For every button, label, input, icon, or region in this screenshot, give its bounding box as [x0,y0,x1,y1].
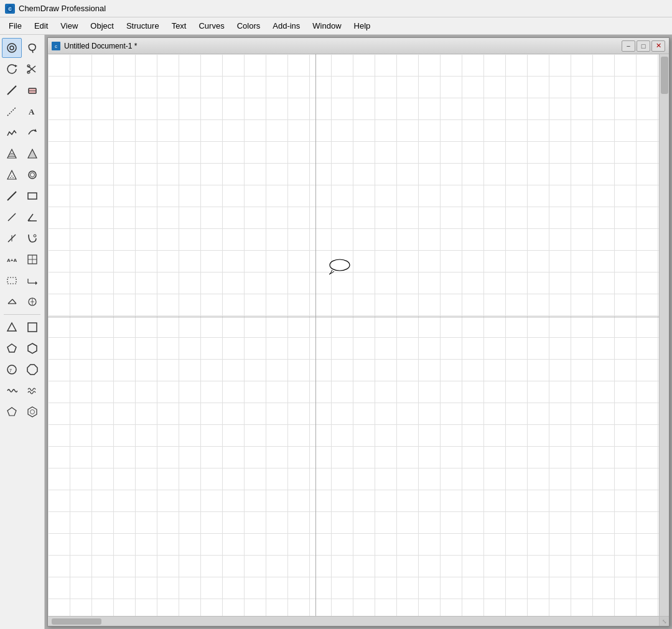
svg-text:7: 7 [9,368,12,373]
reaction-arrow-tool[interactable] [23,271,43,291]
menu-object[interactable]: Object [84,19,120,33]
menu-help[interactable]: Help [348,19,377,33]
plain-bond-tool[interactable] [2,207,22,227]
scissors-tool[interactable] [23,59,43,79]
svg-line-44 [12,299,16,304]
triangle-tool[interactable] [2,317,22,337]
svg-marker-56 [7,408,16,416]
square-shape-tool[interactable] [23,317,43,337]
menu-colors[interactable]: Colors [231,19,267,33]
menu-window[interactable]: Window [306,19,347,33]
svg-text:C: C [8,7,11,11]
svg-line-43 [8,299,12,304]
wave1-tool[interactable] [2,381,22,401]
drawn-shape [327,258,355,275]
pent-ring-tool[interactable] [2,402,22,422]
svg-marker-49 [7,323,16,331]
svg-line-4 [32,50,33,53]
app-title-text: ChemDraw Professional [19,4,106,13]
wave2-tool[interactable] [23,381,43,401]
wedge-bond-tool[interactable] [23,144,43,164]
horizontal-scroll-thumb[interactable] [52,618,101,625]
svg-marker-21 [7,170,16,179]
flask-tool[interactable] [23,292,43,312]
atom-map-tool[interactable] [23,228,43,248]
dotted-rect-tool[interactable] [2,271,22,291]
doc-title-left: C Untitled Document-1 * [52,42,137,50]
svg-rect-39 [7,277,16,284]
canvas-wrapper [48,54,669,616]
horizontal-scrollbar[interactable] [48,617,659,626]
menu-edit[interactable]: Edit [28,19,54,33]
vertical-scroll-thumb[interactable] [661,57,668,94]
menu-view[interactable]: View [54,19,84,33]
chain-tool[interactable] [2,123,22,142]
dot-hatch-tool[interactable] [2,165,22,185]
title-bar: C ChemDraw Professional [0,0,672,17]
svg-marker-42 [35,281,37,285]
diagonal-bond-tool[interactable] [2,101,22,121]
table-tool[interactable] [23,249,43,269]
doc-controls: − □ ✕ [622,40,665,52]
svg-marker-52 [28,343,37,353]
hex-ring-tool[interactable] [23,402,43,422]
svg-marker-55 [27,365,37,375]
menu-file[interactable]: File [2,19,28,33]
svg-point-3 [10,46,14,50]
svg-line-29 [8,213,16,221]
octagon-tool[interactable] [23,360,43,380]
svg-text:C: C [55,44,57,48]
text-tool[interactable]: A [23,101,43,121]
arrow-tool[interactable] [23,123,43,142]
svg-point-61 [330,259,350,271]
doc-window: C Untitled Document-1 * − □ ✕ [47,37,670,627]
hexagon-tool[interactable] [23,338,43,358]
menu-structure[interactable]: Structure [120,19,166,33]
menu-text[interactable]: Text [166,19,193,33]
doc-titlebar: C Untitled Document-1 * − □ ✕ [48,38,669,54]
svg-point-22 [11,175,12,177]
scroll-corner: ⤡ [659,617,669,627]
svg-rect-28 [28,193,37,199]
grid-background [48,54,659,616]
heptagon-tool[interactable]: 7 [2,360,22,380]
angle-tool[interactable] [23,207,43,227]
svg-marker-20 [28,149,37,158]
svg-point-23 [10,177,11,179]
svg-text:A+A: A+A [7,258,17,263]
svg-line-13 [7,107,16,116]
vertical-axis [315,54,316,616]
app-icon: C [5,4,15,14]
pentagon-tool[interactable] [2,338,22,358]
doc-area: C Untitled Document-1 * − □ ✕ [45,35,672,629]
canvas-scroll[interactable] [48,54,659,616]
svg-point-26 [30,173,35,177]
bond-cross-tool[interactable] [2,228,22,248]
rotate-tool[interactable] [2,59,22,79]
line-draw-tool[interactable] [2,186,22,206]
menu-addins[interactable]: Add-ins [266,19,306,33]
doc-minimize-button[interactable]: − [622,40,635,52]
svg-marker-57 [28,407,37,417]
svg-marker-5 [15,65,17,67]
rect-draw-tool[interactable] [23,186,43,206]
horizontal-axis [48,317,659,317]
ring-tool[interactable] [23,165,43,185]
reaction-plus-tool[interactable] [2,292,22,312]
eraser-tool[interactable] [23,80,43,100]
bond-line-tool[interactable] [2,80,22,100]
hatch-bond-tool[interactable] [2,144,22,164]
resize-text-tool[interactable]: A+A [2,249,22,269]
select-tool[interactable] [2,38,22,58]
lasso-tool[interactable] [23,38,43,58]
vertical-scrollbar[interactable] [659,54,669,616]
doc-close-button[interactable]: ✕ [651,40,665,52]
doc-maximize-button[interactable]: □ [637,40,650,52]
svg-line-31 [28,214,33,221]
drawing-canvas[interactable] [48,54,659,616]
svg-point-24 [12,177,14,179]
doc-icon: C [52,42,60,50]
svg-line-10 [7,86,16,95]
menu-curves[interactable]: Curves [192,19,230,33]
svg-line-27 [7,192,16,200]
